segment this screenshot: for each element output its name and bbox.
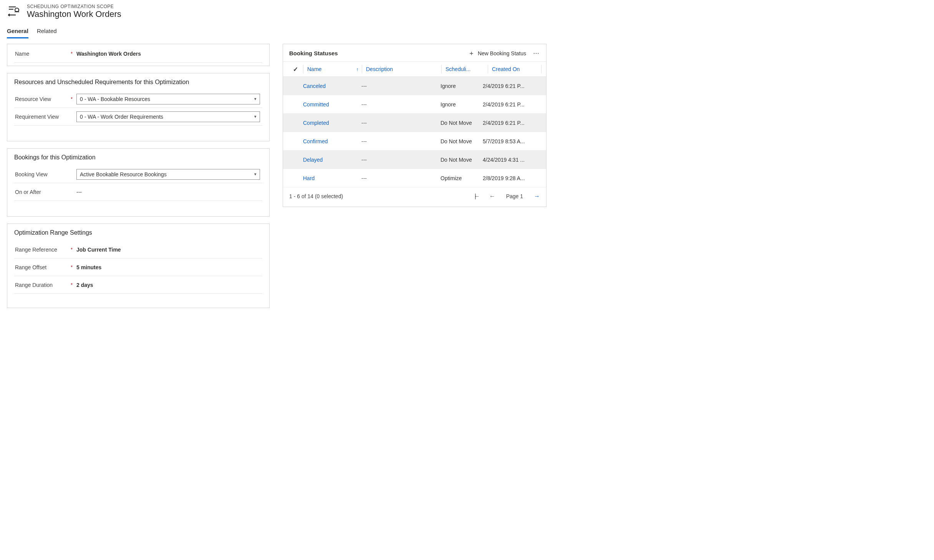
- row-scheduling: Optimize: [441, 175, 483, 181]
- column-created-on[interactable]: Created On: [492, 66, 541, 72]
- select-all-checkbox[interactable]: ✓: [288, 66, 303, 73]
- bookings-panel: Bookings for this Optimization Booking V…: [7, 148, 270, 217]
- range-ref-label: Range Reference*: [14, 247, 76, 253]
- pager-page-label: Page 1: [506, 193, 523, 199]
- row-created: 2/4/2019 6:21 P...: [483, 120, 532, 126]
- tab-related[interactable]: Related: [37, 26, 57, 38]
- more-actions-button[interactable]: ⋯: [533, 50, 540, 57]
- on-or-after-label: On or After: [14, 189, 76, 195]
- table-row[interactable]: Canceled---Ignore2/4/2019 6:21 P...: [283, 77, 546, 95]
- range-panel: Optimization Range Settings Range Refere…: [7, 224, 270, 308]
- row-name-link[interactable]: Confirmed: [303, 138, 361, 144]
- range-duration-label: Range Duration*: [14, 282, 76, 288]
- name-panel: Name* Washington Work Orders: [7, 44, 270, 66]
- table-row[interactable]: Confirmed---Do Not Move5/7/2019 8:53 A..…: [283, 132, 546, 151]
- range-duration-value[interactable]: 2 days: [76, 282, 262, 288]
- booking-statuses-panel: Booking Statuses ＋ New Booking Status ⋯ …: [283, 44, 546, 207]
- requirement-view-select[interactable]: 0 - WA - Work Order Requirements ▾: [76, 111, 260, 122]
- new-booking-status-button[interactable]: ＋ New Booking Status: [468, 49, 526, 58]
- row-name-link[interactable]: Committed: [303, 101, 361, 108]
- column-description[interactable]: Description: [366, 66, 441, 72]
- row-scheduling: Ignore: [441, 83, 483, 89]
- table-row[interactable]: Hard---Optimize2/8/2019 9:28 A...: [283, 169, 546, 187]
- grid-footer: 1 - 6 of 14 (0 selected) |← ← Page 1 →: [283, 187, 546, 200]
- chevron-down-icon: ▾: [254, 114, 257, 119]
- row-name-link[interactable]: Hard: [303, 175, 361, 181]
- row-description: ---: [361, 120, 441, 126]
- pager-first-button[interactable]: |←: [475, 193, 479, 200]
- row-description: ---: [361, 83, 441, 89]
- chevron-down-icon: ▾: [254, 96, 257, 101]
- row-scheduling: Do Not Move: [441, 120, 483, 126]
- column-scheduling[interactable]: Scheduli...: [445, 66, 488, 72]
- table-row[interactable]: Completed---Do Not Move2/4/2019 6:21 P..…: [283, 114, 546, 132]
- row-scheduling: Do Not Move: [441, 157, 483, 163]
- row-description: ---: [361, 101, 441, 108]
- table-row[interactable]: Delayed---Do Not Move4/24/2019 4:31 ...: [283, 151, 546, 169]
- chevron-down-icon: ▾: [254, 172, 257, 177]
- resources-title: Resources and Unscheduled Requirements f…: [14, 79, 262, 86]
- grid-title: Booking Statuses: [289, 50, 338, 56]
- row-created: 4/24/2019 4:31 ...: [483, 157, 532, 163]
- row-created: 2/4/2019 6:21 P...: [483, 101, 532, 108]
- table-row[interactable]: Committed---Ignore2/4/2019 6:21 P...: [283, 95, 546, 114]
- row-scheduling: Do Not Move: [441, 138, 483, 144]
- row-description: ---: [361, 157, 441, 163]
- row-description: ---: [361, 175, 441, 181]
- resources-panel: Resources and Unscheduled Requirements f…: [7, 73, 270, 141]
- resource-view-label: Resource View*: [14, 96, 76, 102]
- row-description: ---: [361, 138, 441, 144]
- page-title: Washington Work Orders: [27, 9, 121, 19]
- tabs: General Related: [7, 26, 927, 38]
- on-or-after-value[interactable]: ---: [76, 189, 262, 195]
- row-name-link[interactable]: Delayed: [303, 157, 361, 163]
- booking-view-label: Booking View: [14, 171, 76, 177]
- grid-count: 1 - 6 of 14 (0 selected): [289, 193, 343, 199]
- bookings-title: Bookings for this Optimization: [14, 154, 262, 161]
- name-label: Name*: [14, 51, 76, 57]
- row-scheduling: Ignore: [441, 101, 483, 108]
- range-offset-value[interactable]: 5 minutes: [76, 264, 262, 270]
- pager-next-button[interactable]: →: [534, 193, 540, 200]
- row-created: 2/4/2019 6:21 P...: [483, 83, 532, 89]
- range-ref-value[interactable]: Job Current Time: [76, 247, 262, 253]
- row-name-link[interactable]: Completed: [303, 120, 361, 126]
- scope-icon: [7, 4, 22, 19]
- requirement-view-label: Requirement View: [14, 114, 76, 120]
- row-name-link[interactable]: Canceled: [303, 83, 361, 89]
- booking-statuses-grid: ✓ Name↑ Description Scheduli... Created …: [283, 61, 546, 187]
- page-header: SCHEDULING OPTIMIZATION SCOPE Washington…: [7, 4, 927, 19]
- sort-asc-icon: ↑: [356, 66, 362, 72]
- name-value[interactable]: Washington Work Orders: [76, 51, 262, 57]
- booking-view-select[interactable]: Active Bookable Resource Bookings ▾: [76, 169, 260, 180]
- column-name[interactable]: Name↑: [307, 66, 362, 72]
- plus-icon: ＋: [468, 49, 475, 58]
- range-title: Optimization Range Settings: [14, 229, 262, 236]
- header-eyebrow: SCHEDULING OPTIMIZATION SCOPE: [27, 4, 121, 9]
- pager-prev-button[interactable]: ←: [489, 193, 495, 200]
- row-created: 2/8/2019 9:28 A...: [483, 175, 532, 181]
- row-created: 5/7/2019 8:53 A...: [483, 138, 532, 144]
- tab-general[interactable]: General: [7, 26, 28, 38]
- resource-view-select[interactable]: 0 - WA - Bookable Resources ▾: [76, 94, 260, 104]
- range-offset-label: Range Offset*: [14, 264, 76, 270]
